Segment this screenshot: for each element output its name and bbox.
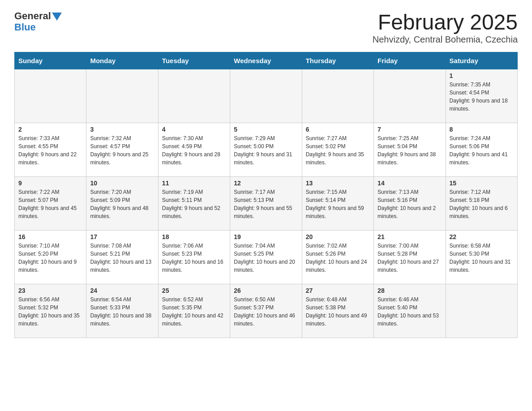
header-friday: Friday (374, 52, 446, 69)
day-info: Sunrise: 7:06 AMSunset: 5:23 PMDaylight:… (162, 242, 226, 274)
svg-marker-0 (52, 13, 62, 21)
main-title: February 2025 (373, 11, 518, 34)
title-block: February 2025 Nehvizdy, Central Bohemia,… (373, 11, 518, 45)
logo-arrow-icon (52, 13, 62, 21)
header-thursday: Thursday (302, 52, 373, 69)
day-info: Sunrise: 7:13 AMSunset: 5:16 PMDaylight:… (378, 188, 442, 220)
calendar-cell: 23Sunrise: 6:56 AMSunset: 5:32 PMDayligh… (15, 284, 86, 338)
day-number: 6 (306, 126, 370, 133)
calendar-cell: 10Sunrise: 7:20 AMSunset: 5:09 PMDayligh… (86, 176, 158, 230)
day-number: 5 (234, 126, 298, 133)
header-sunday: Sunday (15, 52, 86, 69)
day-info: Sunrise: 7:02 AMSunset: 5:26 PMDaylight:… (306, 242, 370, 274)
day-number: 26 (234, 287, 298, 294)
calendar-body: 1Sunrise: 7:35 AMSunset: 4:54 PMDaylight… (15, 69, 518, 338)
day-info: Sunrise: 7:25 AMSunset: 5:04 PMDaylight:… (378, 134, 442, 167)
calendar-cell: 27Sunrise: 6:48 AMSunset: 5:38 PMDayligh… (302, 284, 373, 338)
day-number: 16 (18, 233, 82, 240)
day-number: 27 (306, 287, 370, 294)
calendar-cell: 28Sunrise: 6:46 AMSunset: 5:40 PMDayligh… (374, 284, 446, 338)
calendar-cell: 9Sunrise: 7:22 AMSunset: 5:07 PMDaylight… (15, 176, 86, 230)
calendar-cell: 17Sunrise: 7:08 AMSunset: 5:21 PMDayligh… (86, 230, 158, 284)
calendar-cell: 15Sunrise: 7:12 AMSunset: 5:18 PMDayligh… (446, 176, 517, 230)
subtitle: Nehvizdy, Central Bohemia, Czechia (373, 34, 518, 45)
day-info: Sunrise: 7:24 AMSunset: 5:06 PMDaylight:… (450, 134, 514, 167)
day-number: 3 (90, 126, 154, 133)
calendar-cell (15, 69, 86, 123)
calendar-cell: 13Sunrise: 7:15 AMSunset: 5:14 PMDayligh… (302, 176, 373, 230)
day-info: Sunrise: 6:52 AMSunset: 5:35 PMDaylight:… (162, 295, 226, 328)
day-number: 21 (378, 233, 442, 240)
calendar-cell: 8Sunrise: 7:24 AMSunset: 5:06 PMDaylight… (446, 123, 517, 176)
day-info: Sunrise: 6:46 AMSunset: 5:40 PMDaylight:… (378, 295, 442, 328)
day-number: 24 (90, 287, 154, 294)
day-info: Sunrise: 6:56 AMSunset: 5:32 PMDaylight:… (18, 295, 82, 328)
calendar-cell: 18Sunrise: 7:06 AMSunset: 5:23 PMDayligh… (158, 230, 230, 284)
day-info: Sunrise: 7:20 AMSunset: 5:09 PMDaylight:… (90, 188, 154, 220)
day-info: Sunrise: 7:27 AMSunset: 5:02 PMDaylight:… (306, 134, 370, 167)
day-info: Sunrise: 7:29 AMSunset: 5:00 PMDaylight:… (234, 134, 298, 167)
calendar-cell: 20Sunrise: 7:02 AMSunset: 5:26 PMDayligh… (302, 230, 373, 284)
calendar-cell: 3Sunrise: 7:32 AMSunset: 4:57 PMDaylight… (86, 123, 158, 176)
day-info: Sunrise: 6:58 AMSunset: 5:30 PMDaylight:… (450, 242, 514, 274)
day-info: Sunrise: 7:32 AMSunset: 4:57 PMDaylight:… (90, 134, 154, 167)
calendar-cell: 24Sunrise: 6:54 AMSunset: 5:33 PMDayligh… (86, 284, 158, 338)
header-tuesday: Tuesday (158, 52, 230, 69)
day-info: Sunrise: 6:50 AMSunset: 5:37 PMDaylight:… (234, 295, 298, 328)
day-info: Sunrise: 7:15 AMSunset: 5:14 PMDaylight:… (306, 188, 370, 220)
calendar-cell: 12Sunrise: 7:17 AMSunset: 5:13 PMDayligh… (230, 176, 302, 230)
day-info: Sunrise: 7:10 AMSunset: 5:20 PMDaylight:… (18, 242, 82, 274)
day-info: Sunrise: 7:19 AMSunset: 5:11 PMDaylight:… (162, 188, 226, 220)
calendar-cell (446, 284, 517, 338)
calendar-cell: 1Sunrise: 7:35 AMSunset: 4:54 PMDaylight… (446, 69, 517, 123)
day-number: 17 (90, 233, 154, 240)
calendar-cell (158, 69, 230, 123)
day-info: Sunrise: 7:33 AMSunset: 4:55 PMDaylight:… (18, 134, 82, 167)
calendar-cell: 2Sunrise: 7:33 AMSunset: 4:55 PMDaylight… (15, 123, 86, 176)
calendar-header: Sunday Monday Tuesday Wednesday Thursday… (15, 52, 518, 69)
day-info: Sunrise: 7:17 AMSunset: 5:13 PMDaylight:… (234, 188, 298, 220)
logo-name1: General (14, 11, 51, 21)
calendar-table: Sunday Monday Tuesday Wednesday Thursday… (14, 52, 518, 338)
day-info: Sunrise: 7:04 AMSunset: 5:25 PMDaylight:… (234, 242, 298, 274)
day-info: Sunrise: 7:22 AMSunset: 5:07 PMDaylight:… (18, 188, 82, 220)
calendar-week-1: 1Sunrise: 7:35 AMSunset: 4:54 PMDaylight… (15, 69, 518, 123)
calendar-cell: 21Sunrise: 7:00 AMSunset: 5:28 PMDayligh… (374, 230, 446, 284)
calendar-cell: 16Sunrise: 7:10 AMSunset: 5:20 PMDayligh… (15, 230, 86, 284)
calendar-cell (86, 69, 158, 123)
day-number: 11 (162, 180, 226, 187)
page-header: General Blue February 2025 Nehvizdy, Cen… (14, 11, 518, 45)
calendar-cell (302, 69, 373, 123)
calendar-week-4: 16Sunrise: 7:10 AMSunset: 5:20 PMDayligh… (15, 230, 518, 284)
day-number: 13 (306, 180, 370, 187)
logo: General Blue (14, 11, 62, 33)
calendar-cell: 26Sunrise: 6:50 AMSunset: 5:37 PMDayligh… (230, 284, 302, 338)
logo-name2: Blue (14, 21, 36, 33)
day-number: 7 (378, 126, 442, 133)
day-info: Sunrise: 6:54 AMSunset: 5:33 PMDaylight:… (90, 295, 154, 328)
day-number: 12 (234, 180, 298, 187)
day-info: Sunrise: 7:30 AMSunset: 4:59 PMDaylight:… (162, 134, 226, 167)
day-number: 25 (162, 287, 226, 294)
day-info: Sunrise: 7:35 AMSunset: 4:54 PMDaylight:… (450, 81, 514, 113)
calendar-week-3: 9Sunrise: 7:22 AMSunset: 5:07 PMDaylight… (15, 176, 518, 230)
calendar-cell (374, 69, 446, 123)
day-number: 28 (378, 287, 442, 294)
day-number: 20 (306, 233, 370, 240)
day-number: 1 (450, 72, 514, 79)
day-number: 14 (378, 180, 442, 187)
calendar-cell: 19Sunrise: 7:04 AMSunset: 5:25 PMDayligh… (230, 230, 302, 284)
calendar-cell (230, 69, 302, 123)
header-monday: Monday (86, 52, 158, 69)
day-number: 2 (18, 126, 82, 133)
day-number: 23 (18, 287, 82, 294)
calendar-cell: 11Sunrise: 7:19 AMSunset: 5:11 PMDayligh… (158, 176, 230, 230)
header-saturday: Saturday (446, 52, 517, 69)
calendar-cell: 6Sunrise: 7:27 AMSunset: 5:02 PMDaylight… (302, 123, 373, 176)
calendar-cell: 22Sunrise: 6:58 AMSunset: 5:30 PMDayligh… (446, 230, 517, 284)
calendar-cell: 14Sunrise: 7:13 AMSunset: 5:16 PMDayligh… (374, 176, 446, 230)
header-wednesday: Wednesday (230, 52, 302, 69)
calendar-week-2: 2Sunrise: 7:33 AMSunset: 4:55 PMDaylight… (15, 123, 518, 176)
calendar-cell: 25Sunrise: 6:52 AMSunset: 5:35 PMDayligh… (158, 284, 230, 338)
calendar-cell: 7Sunrise: 7:25 AMSunset: 5:04 PMDaylight… (374, 123, 446, 176)
